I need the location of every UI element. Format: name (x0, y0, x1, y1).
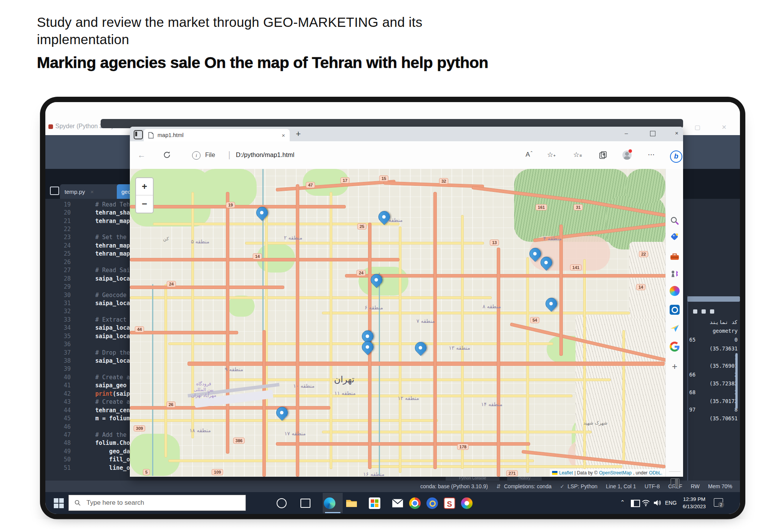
line-number: 25 (45, 250, 76, 257)
attribution-text: | Data by © (574, 470, 597, 476)
panel-icon[interactable] (670, 478, 680, 487)
profile-avatar[interactable] (622, 150, 632, 160)
read-aloud-icon[interactable]: A⌃ (526, 150, 533, 159)
site-info-icon[interactable]: i (192, 151, 201, 160)
address-bar[interactable]: D:/python/map1.html (236, 151, 294, 159)
tab-title: map1.html (158, 132, 278, 138)
code-text: saipa_locat (95, 333, 133, 340)
drop-icon[interactable] (670, 323, 680, 333)
microsoft365-icon[interactable] (670, 286, 680, 296)
road-number-badge: 17 (340, 177, 350, 183)
taskbar-clock[interactable]: 12:39 PM 6/13/2023 (679, 496, 710, 511)
district-label: شهرک شهید (584, 420, 607, 426)
design-app-icon[interactable] (461, 497, 473, 509)
add-icon[interactable]: + (670, 362, 680, 372)
leaflet-link[interactable]: Leaflet (559, 470, 573, 476)
pane-menu-icon[interactable] (710, 309, 714, 314)
road-number-badge: 14 (636, 284, 645, 290)
refresh-icon[interactable] (163, 151, 171, 159)
wifi-icon[interactable] (642, 499, 650, 506)
maximize-button[interactable] (650, 131, 655, 136)
games-icon[interactable] (670, 269, 680, 279)
start-button[interactable] (54, 498, 64, 508)
status-cursor: Line 1, Col 1 (606, 483, 636, 489)
notifications-icon[interactable]: 2 (714, 498, 723, 507)
map-road (130, 419, 438, 422)
tray-caret-icon[interactable]: ⌃ (620, 499, 625, 506)
tab-close-icon[interactable]: × (282, 132, 285, 139)
pane-icon[interactable] (693, 309, 697, 314)
map-road (168, 459, 534, 462)
map-zoom-control: + − (135, 177, 154, 213)
file-switcher-icon[interactable] (50, 187, 59, 195)
tools-icon[interactable] (670, 251, 680, 261)
road-number-badge: 13 (490, 240, 499, 246)
pane-icon[interactable] (702, 309, 706, 314)
language-indicator[interactable]: ENG (665, 500, 677, 506)
road-number-badge: 109 (212, 469, 223, 475)
explorer-icon[interactable] (346, 497, 357, 509)
search-input[interactable] (86, 499, 226, 507)
zoom-out-button[interactable]: − (136, 195, 153, 212)
mail-icon[interactable] (392, 497, 403, 509)
district-label: منطقه ۹ (225, 366, 243, 372)
add-favorite-icon[interactable]: ☆+ (547, 150, 556, 159)
console-right: 0 (735, 337, 738, 343)
settings-more-icon[interactable]: ⋯ (648, 150, 655, 159)
edge-icon[interactable] (324, 497, 335, 509)
gis-app-icon[interactable] (426, 497, 438, 509)
store-icon[interactable] (369, 497, 380, 509)
pane-splitter[interactable] (687, 296, 740, 302)
console-right: 35.70651) (710, 415, 738, 421)
leaflet-map[interactable]: منطقه ۵منطقه ۲منطقه ۳منطقه ۴کنمنطقه ۶منط… (130, 169, 665, 477)
google-icon[interactable] (670, 342, 680, 352)
line-number: 49 (45, 448, 76, 455)
line-number: 23 (45, 234, 76, 241)
road-number-badge: 54 (530, 317, 539, 323)
line-number: 32 (45, 308, 76, 315)
code-text: saipa_locat (95, 357, 133, 364)
bing-chat-icon[interactable]: b (670, 150, 682, 163)
collections-icon[interactable] (599, 151, 607, 159)
tab-temp-py[interactable]: temp.py × (60, 184, 124, 199)
back-icon[interactable]: ← (138, 150, 146, 160)
spyder-statusbar: conda: base (Python 3.10.9) ⇵ Completion… (45, 481, 740, 492)
console-right: 35.73631) (710, 345, 738, 352)
tab-actions-icon[interactable] (134, 130, 143, 139)
spyder-maximize-icon[interactable]: ▢ (695, 124, 700, 131)
road-number-badge: 271 (506, 470, 518, 476)
close-button[interactable]: × (675, 130, 678, 136)
browser-tab-map1[interactable]: map1.html × (144, 129, 290, 141)
zoom-in-button[interactable]: + (136, 178, 153, 195)
map-area (606, 196, 665, 249)
road-number-badge: 25 (357, 223, 367, 230)
s-app-icon[interactable]: S (444, 497, 455, 509)
line-number: 36 (45, 341, 76, 348)
favorites-icon[interactable]: ☆≡ (573, 150, 582, 159)
taskview-icon[interactable] (300, 499, 310, 508)
map-road (262, 330, 266, 477)
shopping-icon[interactable] (670, 232, 680, 242)
chrome-icon[interactable] (409, 497, 421, 509)
document-icon (148, 132, 154, 139)
code-text: # Read Tehr (95, 201, 133, 208)
console-scrollbar[interactable] (735, 353, 738, 409)
console-left: 97 (689, 406, 695, 413)
tablet-mode-icon[interactable] (631, 500, 640, 507)
code-text: saipa_geo = (95, 382, 133, 389)
map-road (559, 225, 563, 356)
search-icon[interactable] (670, 216, 680, 226)
osm-link[interactable]: OpenStreetMap (599, 470, 632, 476)
cortana-icon[interactable] (277, 498, 287, 508)
spyder-close-icon[interactable]: ✕ (722, 124, 727, 131)
volume-icon[interactable] (653, 499, 662, 506)
line-number: 20 (45, 209, 76, 216)
tab-close-icon[interactable]: × (90, 188, 94, 195)
odbl-link[interactable]: ODbL. (649, 470, 662, 476)
minimize-button[interactable]: – (625, 130, 628, 136)
console-left: 65 (689, 337, 695, 343)
district-label: منطقه ۴ (543, 235, 562, 241)
new-tab-button[interactable]: + (296, 129, 301, 139)
outlook-icon[interactable] (670, 305, 680, 315)
taskbar-search[interactable] (68, 495, 246, 511)
